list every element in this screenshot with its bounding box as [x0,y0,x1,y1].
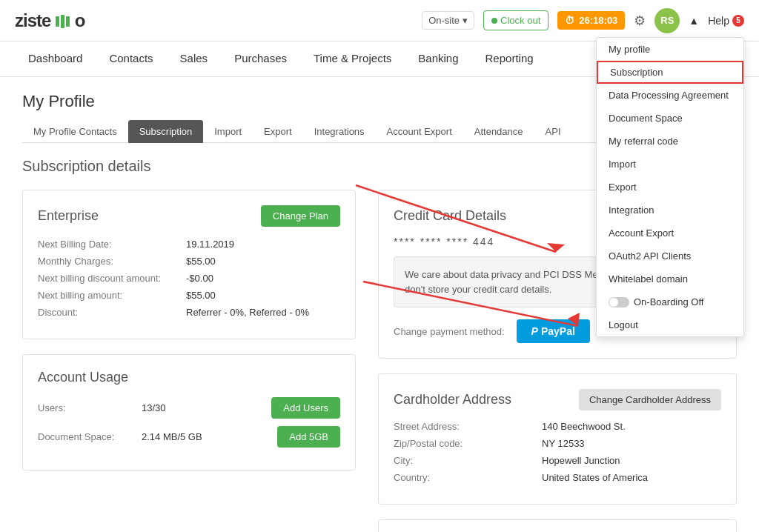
chevron-up-icon: ▲ [689,15,699,27]
avatar[interactable]: RS [654,8,680,33]
account-usage-box: Account Usage Users: 13/30 Add Users Doc… [22,354,356,471]
dropdown-logout[interactable]: Logout [597,313,743,336]
timer-icon: ⏱ [565,15,574,26]
street-value: 140 Beechwood St. [542,421,626,432]
dropdown-whitelabel[interactable]: Whitelabel domain [597,267,743,290]
zip-value: NY 12533 [542,438,585,449]
billing-value-1: $55.00 [186,256,216,267]
docspace-value: 2.14 MB/5 GB [142,431,277,442]
avatar-initials: RS [660,15,674,26]
billing-label-0: Next Billing Date: [38,239,186,250]
paypal-button[interactable]: P PayPal [517,319,590,343]
dropdown-subscription-label: Subscription [610,67,663,78]
tab-account-export[interactable]: Account Export [376,120,463,143]
nav-sales[interactable]: Sales [167,41,222,76]
dropdown-integration-label: Integration [609,205,654,216]
logo-bar-1 [56,16,59,27]
onsite-button[interactable]: On-site ▾ [422,11,474,30]
address-row-zip: Zip/Postal code: NY 12533 [394,438,721,449]
billing-value-2: -$0.00 [186,273,213,284]
dropdown-import-label: Import [609,159,636,170]
tab-my-profile-contacts[interactable]: My Profile Contacts [22,120,128,143]
logo-bar-3 [66,16,70,27]
add-users-button[interactable]: Add Users [271,397,340,419]
onboarding-toggle-wrap: On-Boarding Off [609,296,703,307]
add-5gb-button[interactable]: Add 5GB [277,426,340,448]
dropdown-import[interactable]: Import [597,153,743,176]
city-label: City: [394,455,542,466]
dropdown-document-space[interactable]: Document Space [597,107,743,130]
paypal-icon: P [531,325,538,337]
street-label: Street Address: [394,421,542,432]
billing-row-0: Next Billing Date: 19.11.2019 [38,239,340,250]
dropdown-account-export[interactable]: Account Export [597,222,743,245]
billing-row-1: Monthly Charges: $55.00 [38,256,340,267]
billing-value-4: Referrer - 0%, Referred - 0% [186,307,309,318]
header: ziste o On-site ▾ Clock out ⏱ 26:18:03 ⚙… [0,0,759,41]
nav-dashboard[interactable]: Dashboard [15,41,96,76]
clockout-dot [491,18,497,24]
logo-bar-2 [61,15,64,28]
dropdown-referral-code[interactable]: My referral code [597,130,743,153]
tab-import[interactable]: Import [203,120,253,143]
billing-row-3: Next billing amount: $55.00 [38,290,340,301]
docspace-label: Document Space: [38,431,142,442]
address-row-street: Street Address: 140 Beechwood St. [394,421,721,432]
dropdown-onboarding[interactable]: On-Boarding Off [597,290,743,313]
help-area[interactable]: Help 5 [708,15,744,27]
nav-banking[interactable]: Banking [405,41,471,76]
timer-button[interactable]: ⏱ 26:18:03 [557,11,625,30]
change-plan-button[interactable]: Change Plan [261,205,340,227]
nav-contacts[interactable]: Contacts [96,41,166,76]
subscription-header: Enterprise Change Plan [38,205,340,227]
tab-api[interactable]: API [534,120,572,143]
onboarding-toggle[interactable] [609,297,629,307]
billing-label-4: Discount: [38,307,186,318]
tab-subscription[interactable]: Subscription [128,120,204,143]
billing-row-2: Next billing discount amount: -$0.00 [38,273,340,284]
logo-bars [56,15,70,28]
billing-label-3: Next billing amount: [38,290,186,301]
dropdown-whitelabel-label: Whitelabel domain [609,273,688,285]
left-column: Enterprise Change Plan Next Billing Date… [22,190,356,532]
dropdown-export[interactable]: Export [597,176,743,199]
dropdown-subscription[interactable]: Subscription [597,61,743,84]
dropdown-integration[interactable]: Integration [597,199,743,222]
nav-time-projects[interactable]: Time & Projects [300,41,405,76]
billing-label-2: Next billing discount amount: [38,273,186,284]
logo[interactable]: ziste o [15,10,84,31]
paypal-label: PayPal [541,325,575,337]
dropdown-dpa-label: Data Processing Agreement [609,90,729,101]
nav-reporting[interactable]: Reporting [472,41,547,76]
dropdown-logout-label: Logout [609,319,638,330]
tab-export[interactable]: Export [253,120,303,143]
dropdown-oauth2[interactable]: OAuth2 API Clients [597,245,743,267]
dropdown-document-space-label: Document Space [609,113,683,124]
change-cardholder-button[interactable]: Change Cardholder Address [579,389,721,410]
city-value: Hopewell Junction [542,455,620,466]
dropdown-my-profile[interactable]: My profile [597,38,743,61]
usage-row-docspace: Document Space: 2.14 MB/5 GB Add 5GB [38,426,340,448]
dropdown-my-profile-label: My profile [609,44,650,55]
header-right: On-site ▾ Clock out ⏱ 26:18:03 ⚙ RS ▲ He… [422,8,744,33]
timer-label: 26:18:03 [579,15,617,26]
subscription-box: Enterprise Change Plan Next Billing Date… [22,190,356,339]
help-label: Help [708,15,729,27]
billing-value-3: $55.00 [186,290,216,301]
nav-purchases[interactable]: Purchases [221,41,300,76]
dropdown-referral-code-label: My referral code [609,136,678,147]
address-row-city: City: Hopewell Junction [394,455,721,466]
gear-icon[interactable]: ⚙ [634,13,646,29]
billing-label-1: Monthly Charges: [38,256,186,267]
dropdown-oauth2-label: OAuth2 API Clients [609,250,691,262]
dropdown-dpa[interactable]: Data Processing Agreement [597,84,743,107]
notification-badge: 5 [732,15,744,27]
tab-integrations[interactable]: Integrations [303,120,376,143]
address-row-country: Country: United States of America [394,472,721,483]
dropdown-menu: My profile Subscription Data Processing … [596,37,744,337]
onsite-label: On-site [428,15,460,26]
cardholder-address-title: Cardholder Address [394,392,511,408]
plan-name: Enterprise [38,208,99,224]
tab-attendance[interactable]: Attendance [463,120,534,143]
clockout-button[interactable]: Clock out [483,10,548,30]
